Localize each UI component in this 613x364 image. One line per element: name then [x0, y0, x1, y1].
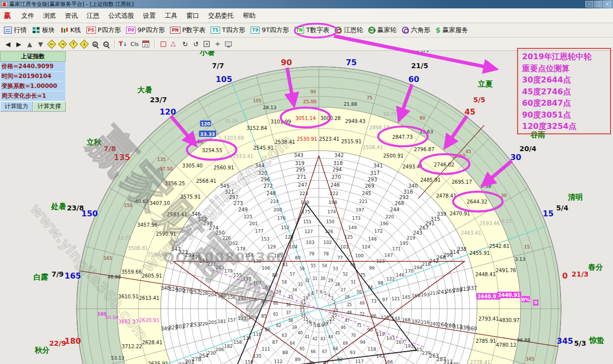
svg-text:341: 341: [373, 163, 383, 168]
menu-item-设置[interactable]: 设置: [138, 10, 160, 22]
screen-tool-button[interactable]: [223, 39, 233, 49]
svg-text:248: 248: [266, 191, 276, 196]
rotate-ccw-button[interactable]: ↺: [191, 39, 201, 49]
svg-text:2470.91: 2470.91: [450, 211, 470, 216]
delete-box-button[interactable]: ×: [202, 39, 212, 49]
toolbar-item-9T四方形[interactable]: T99T四方形: [249, 25, 293, 36]
svg-text:43: 43: [320, 337, 325, 341]
svg-text:273: 273: [233, 201, 243, 206]
calendar-button[interactable]: 21: [141, 39, 151, 49]
pan-right-button[interactable]: →: [57, 39, 67, 49]
svg-text:245: 245: [362, 191, 371, 196]
calc-support-button[interactable]: 计算支撑: [33, 101, 66, 112]
kline-icon: [60, 27, 68, 34]
svg-text:立夏: 立夏: [478, 80, 493, 88]
toolbar-item-T四方形[interactable]: TST四方形: [209, 25, 249, 36]
svg-text:61: 61: [273, 312, 278, 317]
maximize-button[interactable]: □: [594, 1, 602, 7]
zoom-in-button[interactable]: +: [90, 39, 100, 49]
close-button[interactable]: ×: [603, 1, 611, 7]
svg-text:60: 60: [420, 116, 426, 121]
rotate-right-tri-button[interactable]: ▼: [36, 39, 45, 49]
svg-text:173: 173: [352, 216, 360, 221]
menu-item-交易委托[interactable]: 交易委托: [204, 10, 238, 22]
svg-text:221: 221: [359, 199, 367, 204]
toolbar-item-赢家服务[interactable]: $赢家服务: [434, 25, 472, 36]
toolbar-item-label: 9T四方形: [262, 26, 289, 35]
toolbar-item-板块[interactable]: 板块: [30, 25, 58, 36]
svg-text:42: 42: [312, 337, 317, 341]
svg-text:2523.41: 2523.41: [319, 136, 339, 142]
svg-text:348: 348: [161, 285, 170, 291]
minimize-button[interactable]: –: [585, 1, 593, 7]
svg-text:7/7: 7/7: [212, 62, 224, 70]
svg-text:146: 146: [396, 273, 404, 278]
svg-text:124: 124: [362, 244, 370, 249]
toolbar-item-行情[interactable]: 行情: [2, 25, 30, 36]
svg-text:315: 315: [431, 216, 440, 222]
step-forward-button[interactable]: ▶: [14, 39, 24, 49]
square-tool-button[interactable]: [158, 39, 168, 49]
svg-text:167: 167: [396, 340, 404, 345]
svg-text:28: 28: [335, 283, 340, 287]
triangle-tool-button[interactable]: [169, 39, 179, 49]
svg-text:21/3: 21/3: [571, 270, 588, 278]
svg-text:103: 103: [306, 240, 314, 245]
svg-text:337: 337: [468, 285, 477, 291]
svg-text:4830.97: 4830.97: [499, 318, 520, 323]
menu-item-江恩[interactable]: 江恩: [82, 10, 104, 22]
menu-item-文件[interactable]: 文件: [17, 10, 39, 22]
scale-tool-button[interactable]: ✛: [213, 39, 222, 49]
rotate-cw-button[interactable]: ↻: [180, 39, 190, 49]
svg-text:105: 105: [216, 75, 232, 84]
svg-text:293: 293: [368, 177, 377, 182]
toolbar-item-9P四方形[interactable]: P99P四方形: [124, 25, 168, 36]
svg-text:4: 4: [328, 293, 330, 298]
pan-down-button[interactable]: ↓: [79, 39, 89, 49]
svg-text:292: 292: [399, 195, 409, 200]
step-back-button[interactable]: ◀: [3, 39, 13, 49]
toolbar-item-label: 9P四方形: [137, 26, 165, 35]
menu-item-资讯[interactable]: 资讯: [60, 10, 82, 22]
svg-text:294: 294: [332, 167, 342, 172]
svg-text:268: 268: [395, 201, 404, 206]
toolbar-item-P四方形[interactable]: PSP四方形: [85, 25, 125, 36]
svg-text:73: 73: [371, 299, 376, 304]
pan-left-button[interactable]: ←: [46, 39, 56, 49]
svg-text:246: 246: [330, 182, 340, 188]
svg-text:342: 342: [334, 153, 344, 158]
svg-text:3: 3: [331, 296, 333, 301]
toolbar-item-label: T数字表: [306, 26, 329, 35]
menu-item-窗口[interactable]: 窗口: [182, 10, 204, 22]
svg-text:349: 349: [161, 326, 170, 331]
toolbar-item-K线[interactable]: K线: [58, 25, 85, 36]
toolbar-item-江恩轮[interactable]: 江恩轮: [333, 25, 366, 36]
svg-text:2568.41: 2568.41: [196, 178, 216, 184]
toolbar-item-P数字表[interactable]: PNP数字表: [168, 25, 209, 36]
zoom-out-button[interactable]: −: [101, 39, 111, 49]
menu-item-帮助[interactable]: 帮助: [238, 10, 260, 22]
toolbar-item-赢家轮[interactable]: Big赢家轮: [366, 25, 400, 36]
pan-up-button[interactable]: ↑: [68, 39, 78, 49]
rotate-left-tri-button[interactable]: ▲: [25, 39, 35, 49]
toolbar-item-六角形[interactable]: 六角形: [400, 25, 434, 36]
t-down-button[interactable]: T↓: [118, 39, 128, 49]
calc-resistance-button[interactable]: 计算阻力: [0, 101, 33, 112]
svg-text:152: 152: [281, 225, 289, 230]
menu-item-工具[interactable]: 工具: [160, 10, 182, 22]
svg-text:53: 53: [333, 267, 338, 271]
svg-text:8: 8: [311, 291, 313, 296]
svg-text:93: 93: [350, 350, 355, 355]
toolbar-item-T数字表[interactable]: TNT数字表: [293, 25, 333, 36]
menu-item-公式选股[interactable]: 公式选股: [104, 10, 138, 22]
svg-text:45: 45: [464, 107, 475, 117]
svg-text:170: 170: [405, 269, 413, 274]
svg-text:28.13: 28.13: [263, 105, 276, 110]
svg-text:168: 168: [402, 318, 410, 323]
cls-button[interactable]: Cls: [129, 39, 140, 49]
svg-text:48: 48: [347, 311, 351, 315]
winner-wheel-icon: Big: [368, 27, 375, 34]
menu-item-浏览[interactable]: 浏览: [39, 10, 60, 22]
svg-text:269: 269: [365, 183, 374, 189]
svg-text:90: 90: [309, 361, 315, 364]
